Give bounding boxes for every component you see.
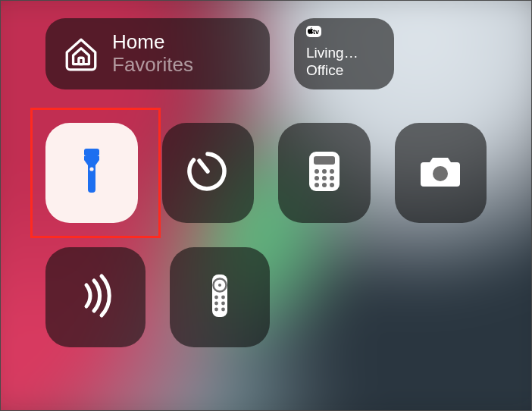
camera-icon	[416, 147, 465, 199]
flashlight-tile[interactable]	[45, 123, 138, 223]
svg-point-15	[433, 166, 448, 181]
svg-point-8	[330, 169, 334, 174]
timer-icon	[183, 147, 232, 199]
svg-point-6	[315, 169, 319, 174]
svg-rect-0	[79, 58, 83, 64]
apple-tv-badge-icon	[306, 26, 321, 37]
apple-tv-room-2: Office	[306, 62, 382, 79]
flashlight-icon	[67, 147, 116, 199]
apple-tv-room-1: Living…	[306, 45, 382, 61]
svg-point-22	[221, 302, 225, 306]
home-text: Home Favorites	[112, 31, 193, 77]
svg-point-13	[322, 183, 327, 187]
svg-point-11	[330, 176, 334, 180]
svg-line-3	[199, 161, 208, 171]
svg-point-19	[214, 296, 218, 300]
home-title: Home	[112, 31, 193, 54]
apple-tv-remote-icon	[196, 271, 244, 323]
svg-point-10	[322, 176, 327, 180]
calculator-icon	[300, 147, 349, 199]
svg-point-14	[330, 183, 334, 187]
camera-tile[interactable]	[395, 123, 487, 223]
row-2	[45, 123, 487, 223]
svg-point-20	[221, 296, 225, 300]
svg-point-7	[322, 169, 327, 174]
svg-rect-5	[314, 156, 335, 165]
svg-point-21	[214, 302, 218, 306]
home-icon	[62, 35, 100, 73]
apple-tv-rooms-text: Living… Office	[306, 45, 382, 79]
svg-point-9	[315, 176, 319, 180]
apple-tv-remote-tile[interactable]	[170, 247, 270, 347]
row-1: Home Favorites Living… Office	[45, 18, 487, 89]
svg-point-23	[214, 308, 218, 312]
nfc-tag-reader-tile[interactable]	[45, 247, 146, 347]
svg-point-2	[89, 167, 93, 171]
nfc-tag-reader-icon	[71, 271, 120, 323]
home-favorites-tile[interactable]: Home Favorites	[45, 18, 270, 89]
home-subtitle: Favorites	[112, 54, 193, 77]
svg-point-18	[218, 284, 221, 287]
svg-point-12	[315, 183, 319, 187]
svg-point-24	[221, 308, 225, 312]
row-3	[45, 247, 487, 347]
timer-tile[interactable]	[162, 123, 255, 223]
apple-tv-rooms-tile[interactable]: Living… Office	[294, 18, 394, 89]
calculator-tile[interactable]	[278, 123, 371, 223]
control-center: Home Favorites Living… Office	[0, 0, 532, 411]
svg-rect-1	[84, 149, 99, 156]
